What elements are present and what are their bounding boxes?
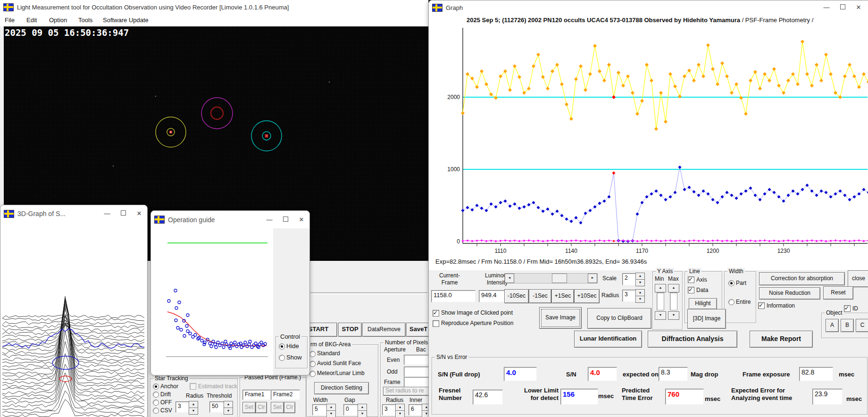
even-field[interactable] (404, 355, 428, 365)
ymax-down-arrow[interactable]: ▼ (668, 311, 679, 320)
object-c-button[interactable]: C (856, 319, 868, 332)
lower-limit-value[interactable]: 156 (560, 389, 598, 405)
graph3d-close-icon[interactable]: ✕ (131, 208, 147, 220)
gap-up-arrow[interactable]: ▲ (358, 404, 367, 411)
odd-field[interactable] (404, 367, 428, 377)
save-image-button[interactable]: Save Image (539, 307, 582, 329)
plus-1sec-button[interactable]: +1Sec (551, 289, 574, 303)
width-up-arrow[interactable]: ▲ (326, 404, 336, 411)
st-threshold-up-arrow[interactable]: ▲ (224, 401, 233, 408)
scrollbar-thumb[interactable] (552, 274, 567, 283)
data-checkbox[interactable] (688, 287, 694, 293)
graph-radius-up-arrow[interactable]: ▲ (635, 289, 645, 296)
fresnel-value[interactable]: 42.6 (473, 390, 503, 405)
predicted-error-value[interactable]: 760 (665, 389, 704, 405)
frame1-field[interactable]: Frame1 (242, 390, 271, 400)
frame-field[interactable] (404, 377, 428, 387)
nop-radius-down-arrow[interactable]: ▼ (395, 410, 405, 417)
savetext-button[interactable]: SaveT (406, 323, 428, 337)
estimated-track-checkbox[interactable] (190, 383, 196, 390)
set2-button[interactable]: Set (271, 402, 284, 413)
menu-edit[interactable]: Edit (26, 17, 37, 24)
information-checkbox[interactable] (758, 302, 765, 309)
clr1-button[interactable]: Clr (256, 402, 267, 413)
scrollbar-right-arrow[interactable]: ► (588, 274, 597, 283)
noise-reduction-button[interactable]: Noise Reduction (759, 287, 820, 300)
radio-bkg-meteor-limb[interactable] (309, 371, 316, 377)
frame2-field[interactable]: Frame2 (271, 390, 300, 400)
plus-10sec-button[interactable]: +10Sec (574, 289, 600, 303)
frame-scrollbar[interactable]: ◄ ► (504, 273, 598, 284)
st-radius-down-arrow[interactable]: ▼ (189, 408, 198, 415)
st-threshold-down-arrow[interactable]: ▼ (224, 408, 233, 415)
axis-checkbox[interactable] (688, 276, 694, 283)
radio-anchor[interactable] (153, 384, 159, 390)
ymin-slider[interactable] (657, 292, 664, 310)
menu-software-update[interactable]: Software Update (103, 17, 149, 24)
menu-file[interactable]: File (5, 17, 15, 24)
sn-value[interactable]: 4.0 (588, 367, 617, 381)
stop-button[interactable]: STOP (338, 323, 362, 337)
nop-inner-down-arrow[interactable]: ▼ (422, 410, 428, 417)
st-radius-up-arrow[interactable]: ▲ (189, 401, 198, 408)
current-frame-value[interactable]: 1158.0 (431, 290, 476, 302)
id-checkbox[interactable] (844, 305, 851, 312)
menu-option[interactable]: Option (49, 17, 67, 24)
graph-minimize-icon[interactable]: — (818, 1, 835, 14)
graph3d-minimize-icon[interactable]: — (99, 208, 115, 220)
opguide-maximize-icon[interactable] (277, 214, 293, 226)
scrollbar-left-arrow[interactable]: ◄ (505, 274, 514, 283)
ymax-up-arrow[interactable]: ▲ (668, 284, 679, 292)
nop-inner-up-arrow[interactable]: ▲ (422, 404, 428, 411)
minus-1sec-button[interactable]: -1Sec (529, 289, 551, 303)
clr2-button[interactable]: Clr (284, 402, 295, 413)
scale-down-arrow[interactable]: ▼ (635, 279, 645, 286)
ymin-down-arrow[interactable]: ▼ (655, 311, 666, 320)
diffraction-analysis-button[interactable]: Diffraction Analysis (648, 331, 737, 348)
radio-bkg-standard[interactable] (309, 351, 316, 357)
object-b-button[interactable]: B (841, 319, 854, 332)
radio-off[interactable] (153, 400, 159, 406)
radio-part[interactable] (728, 280, 734, 286)
show-image-checkbox[interactable] (433, 310, 439, 317)
graph-close-icon[interactable]: ✕ (851, 1, 867, 14)
radio-drift[interactable] (153, 392, 159, 398)
copy-clipboard-button[interactable]: Copy to ClipBoard (587, 308, 651, 329)
scale-up-arrow[interactable]: ▲ (635, 273, 645, 280)
radio-entire[interactable] (728, 299, 734, 305)
nop-radius-up-arrow[interactable]: ▲ (395, 404, 405, 411)
direction-setting-button[interactable]: Direction Setting (314, 382, 369, 394)
ymin-up-arrow[interactable]: ▲ (655, 284, 666, 292)
graph-radius-down-arrow[interactable]: ▼ (635, 296, 645, 303)
expected-on-value[interactable]: 8.3 (659, 367, 688, 381)
reset-button[interactable]: Reset (823, 286, 853, 300)
hilight-button[interactable]: Hilight (689, 298, 717, 309)
close-button[interactable]: close (848, 270, 868, 287)
width-down-arrow[interactable]: ▼ (326, 410, 336, 417)
correction-absorption-button[interactable]: Correction for absorption (759, 272, 845, 285)
graph-maximize-icon[interactable] (835, 1, 851, 14)
radio-show[interactable] (279, 355, 285, 361)
sn-fulldrop-value[interactable]: 4.0 (504, 367, 537, 381)
radio-bkg-avoid-sunlit[interactable] (309, 361, 316, 367)
set1-button[interactable]: Set (242, 402, 256, 413)
lunar-identification-button[interactable]: Lunar Identification (574, 331, 642, 348)
minus-10sec-button[interactable]: -10Sec (504, 289, 529, 303)
opguide-minimize-icon[interactable]: — (261, 214, 277, 226)
reproduce-aperture-checkbox[interactable] (433, 320, 439, 327)
width-value[interactable]: 5 (312, 404, 328, 416)
radio-csv[interactable] (153, 408, 159, 414)
make-report-button[interactable]: Make Report (750, 331, 813, 348)
ymax-slider[interactable] (670, 292, 677, 310)
object-a-button[interactable]: A (826, 319, 839, 332)
gap-down-arrow[interactable]: ▼ (358, 410, 367, 417)
3d-image-button[interactable]: [3D] Image (687, 309, 726, 329)
radio-hide[interactable] (279, 343, 285, 350)
gap-value[interactable]: 0 (343, 404, 359, 416)
analyzing-error-value[interactable]: 23.9 (812, 389, 843, 405)
set-radius-button[interactable]: Set radius to re (383, 387, 428, 396)
menu-tools[interactable]: Tools (78, 17, 92, 24)
opguide-close-icon[interactable]: ✕ (293, 214, 309, 226)
frame-exposure-value[interactable]: 82.8 (799, 367, 833, 381)
dataremove-button[interactable]: DataRemove (362, 323, 406, 337)
